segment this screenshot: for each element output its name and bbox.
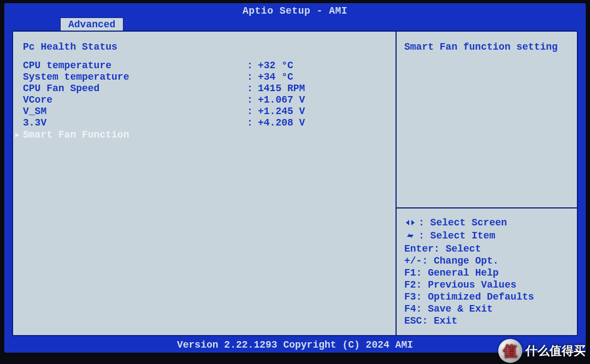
key-name: Enter:	[404, 243, 446, 254]
key-line: F2: Previous Values	[404, 279, 569, 290]
key-desc: Select Screen	[430, 217, 507, 228]
status-value: 1415 RPM	[258, 83, 390, 94]
key-line: F4: Save & Exit	[404, 303, 569, 314]
bios-screen: Aptio Setup - AMI Advanced Pc Health Sta…	[4, 3, 586, 353]
key-line: F3: Optimized Defaults	[404, 291, 569, 302]
key-text: :	[418, 217, 430, 228]
key-line: Enter: Select	[404, 243, 569, 254]
panel: Pc Health Status CPU temperature : +32 °…	[12, 31, 578, 336]
status-row: CPU temperature : +32 °C	[23, 60, 390, 71]
menu-item-label: Smart Fan Function	[23, 129, 129, 140]
colon: :	[247, 117, 258, 128]
key-desc: Select	[446, 243, 481, 254]
status-label: V_SM	[23, 106, 247, 117]
key-line: +/-: Change Opt.	[404, 255, 569, 266]
tab-advanced[interactable]: Advanced	[60, 17, 123, 32]
key-desc: Select Item	[430, 230, 495, 241]
status-label: CPU temperature	[23, 60, 247, 71]
status-value: +34 °C	[258, 71, 390, 82]
section-header: Pc Health Status	[23, 41, 390, 52]
status-label: CPU Fan Speed	[23, 83, 247, 94]
status-value: +1.245 V	[258, 106, 390, 117]
key-desc: Previous Values	[428, 279, 516, 290]
key-desc: Change Opt.	[434, 255, 499, 266]
colon: :	[247, 94, 258, 105]
status-row: System temperature : +34 °C	[23, 71, 390, 82]
key-line: : Select Item	[404, 230, 569, 242]
key-line: : Select Screen	[404, 217, 569, 229]
key-name: ESC:	[404, 315, 434, 326]
chevron-right-icon: ▶	[15, 130, 23, 139]
key-line: F1: General Help	[404, 267, 569, 278]
watermark-badge-icon: 值	[498, 339, 522, 363]
watermark-text: 什么值得买	[526, 343, 586, 359]
colon: :	[247, 106, 258, 117]
status-row: CPU Fan Speed : 1415 RPM	[23, 83, 390, 94]
key-name: +/-:	[404, 255, 434, 266]
menu-item-smart-fan[interactable]: ▶ Smart Fan Function	[13, 129, 390, 141]
colon: :	[247, 83, 258, 94]
watermark: 值 什么值得买	[495, 337, 590, 364]
status-row: V_SM : +1.245 V	[23, 106, 390, 117]
key-legend: : Select Screen : Select Item Enter: Sel…	[397, 208, 577, 335]
colon: :	[247, 60, 258, 71]
key-line: ESC: Exit	[404, 315, 569, 326]
side-panel: Smart Fan function setting : Select Scre…	[396, 32, 577, 335]
key-text: :	[418, 230, 430, 241]
status-label: 3.3V	[23, 117, 247, 128]
left-right-arrows-icon	[404, 218, 416, 229]
help-text: Smart Fan function setting	[397, 32, 577, 62]
key-desc: Exit	[434, 315, 457, 326]
key-name: F1:	[404, 267, 428, 278]
key-desc: Optimized Defaults	[428, 291, 534, 302]
key-desc: Save & Exit	[428, 303, 493, 314]
up-down-arrows-icon	[404, 231, 416, 242]
status-row: VCore : +1.067 V	[23, 94, 390, 105]
main-panel: Pc Health Status CPU temperature : +32 °…	[13, 32, 396, 335]
key-desc: General Help	[428, 267, 499, 278]
bios-title: Aptio Setup - AMI	[4, 3, 586, 16]
status-row: 3.3V : +4.208 V	[23, 117, 390, 128]
key-name: F4:	[404, 303, 428, 314]
bios-footer: Version 2.22.1293 Copyright (C) 2024 AMI	[12, 339, 578, 350]
key-name: F2:	[404, 279, 428, 290]
status-value: +32 °C	[258, 60, 390, 71]
status-label: System temperature	[23, 71, 247, 82]
colon: :	[247, 71, 258, 82]
status-value: +1.067 V	[258, 94, 390, 105]
key-name: F3:	[404, 291, 428, 302]
status-value: +4.208 V	[258, 117, 390, 128]
status-label: VCore	[23, 94, 247, 105]
